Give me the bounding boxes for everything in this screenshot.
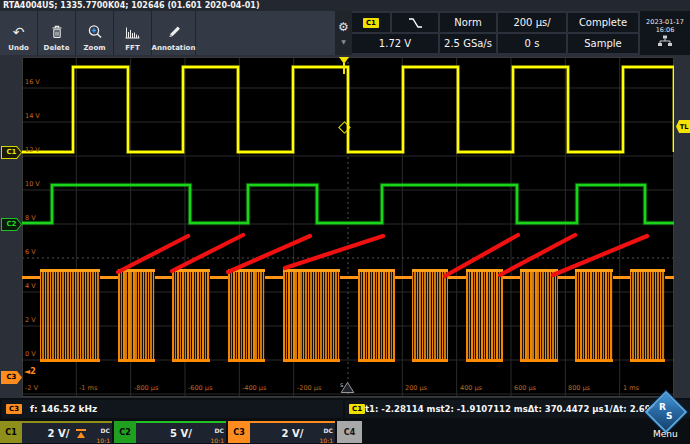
c1-position-tag[interactable]: C1 (1, 146, 22, 159)
undo-icon: ↶ (13, 20, 25, 44)
c3-settings: 2 V/ DC 10:1 (250, 421, 335, 443)
fft-label: FFT (125, 44, 139, 53)
c4-badge-label: C4 (344, 428, 355, 437)
acquisition-mode-value: Sample (584, 38, 622, 49)
waveform-traces (22, 57, 674, 397)
undo-label: Undo (8, 44, 29, 53)
zoom-label: Zoom (84, 44, 106, 53)
settings-column[interactable]: ⚙ ▼ (335, 11, 352, 55)
c1-coupling-label: DC (101, 427, 110, 434)
c3-probe-label: 10:1 (320, 437, 333, 444)
c1-coupling: DC 10:1 (97, 424, 110, 444)
c2-coupling-label: DC (215, 427, 224, 434)
delete-label: Delete (44, 44, 70, 53)
c1-scale: 2 V/ (48, 428, 70, 439)
waveform-plot-area[interactable]: 16 V14 V12 V10 V8 V6 V4 V2 V0 V-2 V-1 ms… (22, 57, 674, 397)
falling-edge-icon (404, 16, 426, 30)
channel-c2-box[interactable]: C2 5 V/ DC 10:1 (114, 421, 226, 443)
cursor-t2: t2: -1.9107112 ms (440, 404, 527, 414)
sample-rate-cell[interactable]: 2.5 GSa/s (440, 34, 496, 53)
c1-settings: 2 V/ DC 10:1 (22, 421, 112, 443)
cursor-delta-t: Δt: 370.4472 µs (528, 404, 604, 414)
c3-position-tag[interactable]: C3 (1, 371, 22, 384)
offscreen-indicator: ◄2 (24, 367, 36, 376)
menu-button[interactable]: R S Menu (641, 394, 690, 444)
time-value: 16:06 (656, 27, 675, 34)
device-title-bar: RTA4004US; 1335.7700K04; 102646 (01.601 … (0, 0, 690, 11)
sample-rate-value: 2.5 GSa/s (444, 38, 492, 49)
trigger-source-chip: C1 (363, 18, 379, 28)
c2-badge: C2 (114, 421, 136, 443)
toolbar-empty-space (196, 11, 335, 55)
top-toolbar: ↶ Undo Delete Zoom (0, 11, 690, 55)
channel-c1-box[interactable]: C1 2 V/ DC 10:1 (0, 421, 112, 443)
trigger-source-cell[interactable]: C1 (352, 13, 390, 32)
trash-icon (49, 20, 65, 44)
c1-position-tag-label: C1 (2, 147, 21, 158)
trigger-position-line (343, 63, 345, 74)
logo-letter-s: S (666, 411, 672, 421)
trigger-time-triangle-icon (340, 381, 355, 394)
acquisition-mode-cell[interactable]: Sample (568, 34, 638, 53)
cursor-t1: t1: -2.28114 ms (365, 404, 440, 414)
acquisition-state-cell[interactable]: Complete (568, 13, 638, 32)
measurement-source-chip: C3 (6, 404, 22, 414)
c3-position-tag-label: C3 (2, 372, 21, 383)
horizontal-position-cell[interactable]: 0 s (498, 34, 566, 53)
zoom-icon (87, 20, 103, 44)
annotation-button[interactable]: Annotation (152, 11, 196, 55)
c2-probe-label: 10:1 (211, 437, 224, 444)
c3-coupling: DC 10:1 (320, 424, 333, 444)
trigger-level-value: 1.72 V (379, 38, 411, 49)
menu-label: Menu (653, 429, 678, 439)
chevron-down-icon: ▼ (341, 39, 346, 45)
logo-letter-r: R (659, 402, 666, 412)
c2-scale: 5 V/ (170, 428, 192, 439)
measurement-strip[interactable]: C3 f: 146.52 kHz (2, 400, 343, 418)
horizontal-position-value: 0 s (525, 38, 540, 49)
oscilloscope-app: RTA4004US; 1335.7700K04; 102646 (01.601 … (0, 0, 690, 444)
timebase-cell[interactable]: 200 µs/ (498, 13, 566, 32)
c2-coupling: DC 10:1 (211, 424, 224, 444)
trigger-mode-cell[interactable]: Norm (440, 13, 496, 32)
cursor-results-strip[interactable]: C1 t1: -2.28114 ms t2: -1.9107112 ms Δt:… (345, 400, 690, 418)
annotation-label: Annotation (152, 44, 196, 53)
trigger-slope-cell[interactable] (392, 13, 438, 32)
timebase-value: 200 µs/ (513, 17, 550, 28)
trigger-time-marker: s (340, 381, 343, 389)
c1-probe-label: 10:1 (97, 437, 110, 444)
frequency-measurement: f: 146.52 kHz (30, 404, 97, 414)
gear-icon: ⚙ (338, 21, 349, 33)
fft-button[interactable]: FFT (114, 11, 152, 55)
trigger-mode-value: Norm (454, 17, 481, 28)
cursor-source-chip: C1 (349, 404, 365, 414)
waveform-screen: 16 V14 V12 V10 V8 V6 V4 V2 V0 V-2 V-1 ms… (0, 55, 690, 398)
datetime-cell[interactable]: 2023-01-17 16:06 (640, 11, 690, 55)
trigger-level-cell[interactable]: 1.72 V (352, 34, 438, 53)
channel-c3-box[interactable]: C3 2 V/ DC 10:1 (228, 421, 335, 443)
date-value: 2023-01-17 (646, 19, 684, 26)
pencil-icon (166, 20, 182, 44)
acquisition-state-value: Complete (579, 17, 627, 28)
c2-position-tag[interactable]: C2 (1, 218, 22, 231)
c2-position-tag-label: C2 (2, 219, 21, 230)
c3-badge: C3 (228, 421, 250, 443)
delete-button[interactable]: Delete (38, 11, 76, 55)
device-title: RTA4004US; 1335.7700K04; 102646 (01.601 … (3, 1, 260, 10)
c3-coupling-label: DC (324, 427, 333, 434)
channel-c4-badge[interactable]: C4 (337, 421, 362, 443)
c1-badge: C1 (0, 421, 22, 443)
c2-settings: 5 V/ DC 10:1 (136, 421, 226, 443)
fft-icon (124, 20, 141, 44)
zoom-button[interactable]: Zoom (76, 11, 114, 55)
undo-button[interactable]: ↶ Undo (0, 11, 38, 55)
trigger-level-tag[interactable]: TL (676, 120, 690, 133)
network-icon (657, 35, 673, 47)
trigger-level-marker-icon (76, 429, 86, 438)
c3-scale: 2 V/ (282, 428, 304, 439)
